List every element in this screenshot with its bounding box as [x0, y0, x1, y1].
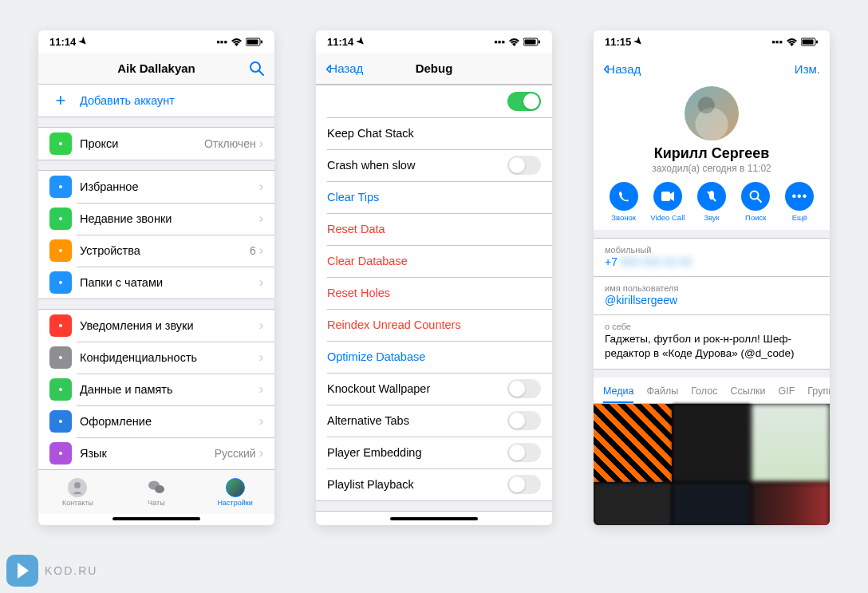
media-tab-Файлы[interactable]: Файлы: [640, 378, 685, 403]
media-item[interactable]: [752, 404, 830, 482]
home-indicator[interactable]: [390, 517, 478, 520]
debug-row[interactable]: Knockout Wallpaper: [316, 373, 552, 405]
chats-icon: [147, 478, 166, 497]
debug-row[interactable]: Clear Database: [316, 245, 552, 277]
media-tab-Медиа[interactable]: Медиа: [597, 378, 640, 403]
chevron-right-icon: ›: [259, 212, 263, 226]
settings-row[interactable]: •ЯзыкРусский›: [38, 437, 274, 469]
mobile-block[interactable]: мобильный +7 900 000 00 00: [594, 238, 830, 277]
settings-row[interactable]: •Недавние звонки›: [38, 203, 274, 235]
media-item[interactable]: [752, 483, 830, 525]
debug-row[interactable]: Reset Holes: [316, 277, 552, 309]
settings-row[interactable]: •Уведомления и звуки›: [38, 310, 274, 342]
chevron-right-icon: ›: [259, 446, 263, 461]
wifi-icon: [231, 38, 243, 46]
home-indicator[interactable]: [112, 517, 200, 520]
phone-debug: 11:14➤ ▪▪▪ ‹Назад Debug Keep Chat StackC…: [316, 30, 552, 525]
debug-row[interactable]: Crash when slow: [316, 149, 552, 181]
svg-rect-12: [803, 39, 814, 44]
debug-row[interactable]: Player Embedding: [316, 437, 552, 468]
debug-row[interactable]: Optimize Database: [316, 341, 552, 373]
toggle[interactable]: [507, 443, 541, 462]
media-tab-Голос[interactable]: Голос: [685, 378, 724, 403]
debug-row[interactable]: [316, 85, 552, 117]
add-account-label: Добавить аккаунт: [80, 94, 263, 107]
svg-rect-14: [661, 192, 670, 201]
location-icon: ➤: [77, 35, 90, 49]
settings-row[interactable]: •Папки с чатами›: [38, 267, 274, 298]
experimental-feature-row[interactable]: Experimental Feature: [316, 512, 552, 514]
row-label: Язык: [80, 447, 215, 460]
settings-row[interactable]: •Устройства6›: [38, 235, 274, 267]
settings-row[interactable]: •Конфиденциальность›: [38, 342, 274, 374]
debug-row[interactable]: Keep Chat Stack: [316, 117, 552, 149]
svg-point-5: [74, 482, 81, 488]
status-time: 11:15: [605, 36, 631, 48]
toggle[interactable]: [507, 379, 541, 398]
action-звук[interactable]: Звук: [689, 182, 733, 222]
chevron-right-icon: ›: [259, 180, 263, 194]
chevron-right-icon: ›: [259, 275, 263, 290]
edit-button[interactable]: Изм.: [775, 62, 820, 76]
username-block[interactable]: имя пользователя @kirillsergeew: [594, 276, 830, 315]
media-tab-GIF[interactable]: GIF: [771, 378, 801, 403]
media-item[interactable]: [594, 404, 672, 482]
media-item[interactable]: [673, 483, 751, 525]
settings-row[interactable]: •Данные и память›: [38, 374, 274, 405]
debug-row[interactable]: Reindex Unread Counters: [316, 309, 552, 341]
row-value: Русский: [215, 447, 256, 460]
media-tabs: МедиаФайлыГолосСсылкиGIFГруппы: [594, 378, 830, 404]
settings-row[interactable]: •ПроксиОтключен›: [38, 128, 274, 160]
search-button[interactable]: [220, 61, 265, 77]
action-icon: [653, 182, 682, 211]
row-icon: •: [49, 208, 72, 230]
debug-row[interactable]: Clear Tips: [316, 181, 552, 213]
toggle[interactable]: [507, 92, 541, 111]
row-label: Недавние звонки: [80, 212, 259, 225]
media-tab-Ссылки[interactable]: Ссылки: [724, 378, 771, 403]
chevron-right-icon: ›: [259, 414, 263, 429]
battery-icon: [801, 38, 819, 46]
debug-row[interactable]: Reset Data: [316, 213, 552, 245]
action-video-call[interactable]: Video Call: [645, 182, 689, 222]
settings-row[interactable]: •Избранное›: [38, 171, 274, 203]
toggle[interactable]: [507, 411, 541, 430]
status-time: 11:14: [327, 36, 353, 48]
settings-row[interactable]: •Оформление›: [38, 405, 274, 437]
navbar: ‹Назад Изм.: [594, 53, 830, 85]
svg-rect-13: [816, 40, 818, 43]
action-icon: [697, 182, 726, 211]
wifi-icon: [508, 38, 520, 46]
avatar[interactable]: [685, 86, 739, 140]
action-icon: •••: [785, 182, 814, 211]
add-account-row[interactable]: + Добавить аккаунт: [38, 85, 274, 117]
back-button[interactable]: ‹Назад: [326, 58, 370, 79]
tab-settings[interactable]: Настройки: [195, 470, 274, 514]
row-label: Папки с чатами: [80, 276, 259, 289]
action-поиск[interactable]: Поиск: [734, 182, 778, 222]
media-item[interactable]: [673, 404, 751, 482]
signal-icon: ▪▪▪: [216, 36, 227, 48]
battery-icon: [246, 38, 263, 46]
toggle[interactable]: [507, 156, 541, 175]
media-tab-Группы[interactable]: Группы: [801, 378, 830, 403]
plus-icon: +: [49, 90, 72, 111]
debug-row[interactable]: Alternative Tabs: [316, 405, 552, 437]
row-icon: •: [49, 314, 72, 337]
action-ещё[interactable]: •••Ещё: [778, 182, 822, 222]
nav-title: Aik Dallakyan: [93, 61, 220, 75]
avatar-icon: [226, 478, 245, 497]
tab-chats[interactable]: Чаты: [117, 470, 196, 514]
debug-row[interactable]: Playlist Playback: [316, 468, 552, 500]
tab-contacts[interactable]: Контакты: [38, 470, 117, 514]
action-звонок[interactable]: Звонок: [602, 182, 645, 222]
svg-rect-10: [539, 40, 540, 43]
svg-line-17: [758, 199, 762, 203]
nav-title: Debug: [370, 61, 498, 75]
profile-header: Кирилл Сергеев заходил(а) сегодня в 11:0…: [594, 85, 830, 230]
back-button[interactable]: ‹Назад: [603, 58, 648, 79]
toggle[interactable]: [507, 475, 541, 494]
media-item[interactable]: [594, 483, 672, 525]
status-icons: ▪▪▪: [771, 36, 819, 48]
chevron-right-icon: ›: [259, 318, 263, 333]
